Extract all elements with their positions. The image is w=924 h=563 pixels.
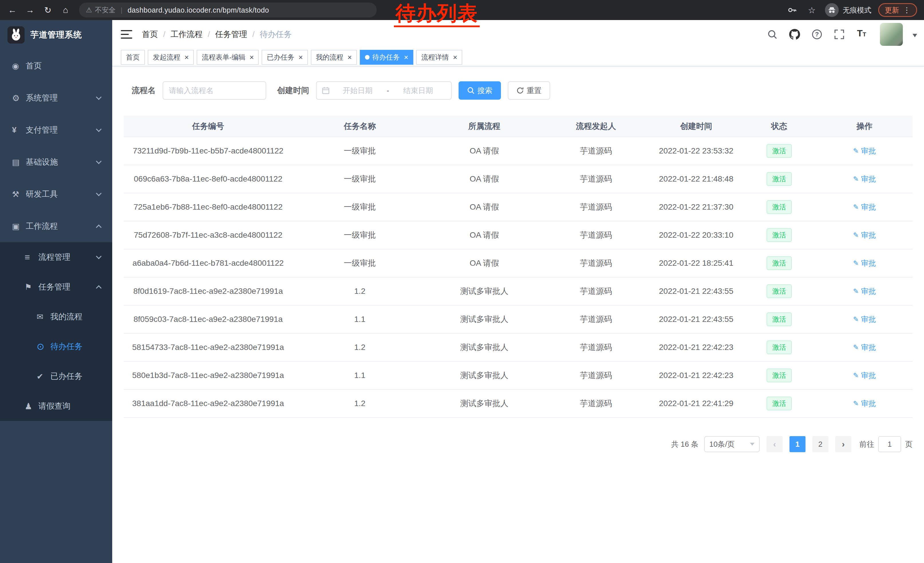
reset-button[interactable]: 重置 (508, 81, 550, 100)
approve-button[interactable]: ✎ 审批 (853, 399, 876, 408)
search-button[interactable]: 搜索 (459, 81, 501, 100)
status-cell: 激活 (742, 333, 816, 362)
goto-page-input[interactable] (878, 436, 901, 452)
created-time-cell: 2022-01-21 22:43:55 (650, 305, 742, 333)
start-date-placeholder[interactable]: 开始日期 (330, 86, 386, 96)
sidebar-item-workflow[interactable]: 工作流程 (0, 210, 112, 242)
calendar-icon (322, 87, 330, 95)
created-time-cell: 2022-01-22 23:53:32 (650, 137, 742, 165)
approve-button[interactable]: ✎ 审批 (853, 342, 876, 353)
fullscreen-icon[interactable] (833, 28, 846, 41)
infra-icon (12, 158, 26, 167)
back-icon[interactable]: ← (4, 2, 20, 18)
github-icon[interactable] (788, 28, 801, 41)
omnibox-divider: | (121, 6, 123, 14)
page-size-select[interactable]: 10条/页 (704, 436, 760, 452)
edit-icon: ✎ (853, 259, 859, 267)
sidebar-item-leave-query[interactable]: 请假查询 (0, 391, 112, 421)
table-header-row: 任务编号 任务名称 所属流程 流程发起人 创建时间 状态 (124, 116, 912, 137)
breadcrumb-workflow[interactable]: 工作流程 / (171, 29, 215, 40)
key-icon[interactable] (786, 5, 799, 15)
sidebar-item-my-process[interactable]: 我的流程 (0, 302, 112, 332)
page-button-1[interactable]: 1 (789, 436, 806, 452)
next-page-button[interactable]: › (835, 436, 851, 452)
browser-update-button[interactable]: 更新 ⋮ (878, 3, 917, 17)
url-text[interactable]: dashboard.yudao.iocoder.cn/bpm/task/todo (128, 6, 269, 14)
status-cell: 激活 (742, 305, 816, 333)
avatar-dropdown-caret-icon[interactable] (912, 34, 917, 39)
status-cell: 激活 (742, 249, 816, 277)
process-cell: 测试多审批人 (427, 305, 542, 333)
task-id-cell: 725a1eb6-7b88-11ec-8ef0-acde48001122 (124, 193, 292, 221)
sidebar-item-payment-mgmt[interactable]: 支付管理 (0, 114, 112, 146)
tab-form-edit[interactable]: 流程表单-编辑 × (196, 50, 259, 65)
tab-my-process[interactable]: 我的流程 × (311, 50, 357, 65)
browser-menu-icon[interactable]: ⋮ (903, 6, 910, 15)
search-icon[interactable] (766, 28, 778, 41)
address-bar[interactable]: ⚠ 不安全 | dashboard.yudao.iocoder.cn/bpm/t… (79, 3, 377, 18)
sidebar-item-home[interactable]: 首页 (0, 50, 112, 82)
initiator-cell: 芋道源码 (542, 193, 650, 221)
tab-process-detail[interactable]: 流程详情 × (416, 50, 462, 65)
sidebar-item-done-task[interactable]: 已办任务 (0, 362, 112, 391)
chevron-icon (96, 225, 102, 230)
task-id-cell: 8f0d1619-7ac8-11ec-a9e2-a2380e71991a (124, 277, 292, 305)
prev-page-button[interactable]: ‹ (766, 436, 783, 452)
warning-icon: ⚠ (86, 6, 92, 14)
edit-icon: ✎ (853, 343, 859, 351)
initiator-cell: 芋道源码 (542, 362, 650, 389)
approve-button[interactable]: ✎ 审批 (853, 371, 876, 381)
breadcrumb-home[interactable]: 首页 / (142, 29, 171, 40)
date-range-picker[interactable]: 开始日期 - 结束日期 (316, 81, 452, 100)
status-cell: 激活 (742, 389, 816, 417)
sidebar-item-infrastructure[interactable]: 基础设施 (0, 146, 112, 178)
reload-icon[interactable]: ↻ (40, 2, 56, 18)
sidebar-item-task-mgmt[interactable]: 任务管理 (0, 272, 112, 302)
collapse-sidebar-icon[interactable] (121, 30, 132, 39)
tab-todo-task[interactable]: 待办任务 × (360, 50, 413, 65)
sidebar-item-system-mgmt[interactable]: 系统管理 (0, 82, 112, 114)
tab-start-process[interactable]: 发起流程 × (148, 50, 194, 65)
edit-icon: ✎ (853, 371, 859, 380)
status-badge: 激活 (766, 369, 792, 382)
column-header: 任务名称 (292, 116, 427, 137)
sidebar-item-todo-task[interactable]: 待办任务 (0, 332, 112, 362)
sidebar-item-dev-tools[interactable]: 研发工具 (0, 178, 112, 210)
breadcrumb-todo-task[interactable]: 待办任务 (260, 29, 292, 40)
close-icon[interactable]: × (453, 54, 457, 61)
table-row: 069c6a63-7b8a-11ec-8ef0-acde48001122 一级审… (124, 165, 912, 193)
tab-home[interactable]: 首页 (121, 50, 145, 65)
home-icon[interactable]: ⌂ (58, 2, 73, 18)
page-button-2[interactable]: 2 (812, 436, 828, 452)
help-icon[interactable]: ? (811, 28, 823, 41)
sidebar-item-process-mgmt[interactable]: 流程管理 (0, 242, 112, 272)
approve-button[interactable]: ✎ 审批 (853, 286, 876, 296)
approve-button[interactable]: ✎ 审批 (853, 314, 876, 324)
close-icon[interactable]: × (249, 54, 254, 61)
bookmark-star-icon[interactable]: ☆ (806, 5, 818, 15)
close-icon[interactable]: × (298, 54, 303, 61)
sidebar-submenu: 流程管理 任务管理 我的流程 (0, 242, 112, 421)
process-cell: 测试多审批人 (427, 277, 542, 305)
approve-button[interactable]: ✎ 审批 (853, 146, 876, 156)
security-label[interactable]: 不安全 (95, 6, 116, 15)
table-row: 75d72608-7b7f-11ec-a3c8-acde48001122 一级审… (124, 221, 912, 249)
message-icon (37, 312, 50, 321)
table-row: 58154733-7ac8-11ec-a9e2-a2380e71991a 1.2… (124, 333, 912, 362)
close-icon[interactable]: × (184, 54, 189, 61)
close-icon[interactable]: × (404, 54, 408, 61)
incognito-label: 无痕模式 (843, 6, 872, 15)
end-date-placeholder[interactable]: 结束日期 (390, 86, 446, 96)
font-size-icon[interactable]: TT (855, 28, 868, 41)
avatar[interactable] (880, 23, 903, 46)
breadcrumb-task-mgmt[interactable]: 任务管理 / (215, 29, 260, 40)
approve-button[interactable]: ✎ 审批 (853, 258, 876, 268)
tab-done-task[interactable]: 已办任务 × (262, 50, 308, 65)
forward-icon[interactable]: → (22, 2, 38, 18)
approve-button[interactable]: ✎ 审批 (853, 230, 876, 240)
approve-button[interactable]: ✎ 审批 (853, 174, 876, 184)
approve-button[interactable]: ✎ 审批 (853, 202, 876, 212)
close-icon[interactable]: × (348, 54, 352, 61)
select-caret-icon (750, 443, 754, 448)
process-name-input[interactable] (163, 81, 266, 100)
